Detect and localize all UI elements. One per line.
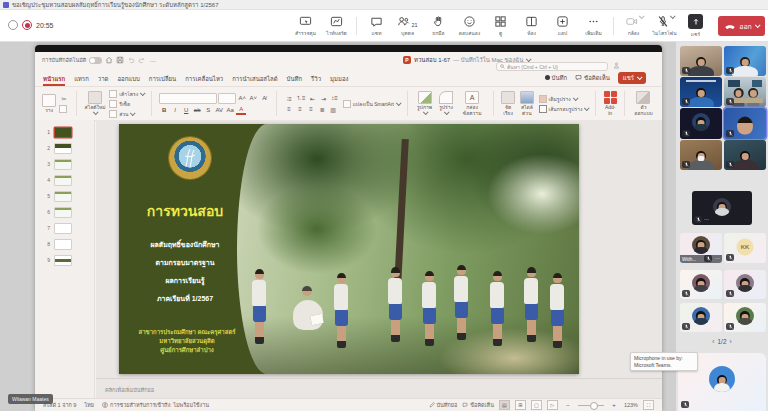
- more-button[interactable]: เพิ่มเติม: [578, 15, 609, 37]
- copy-icon[interactable]: [59, 105, 67, 113]
- thumbnail-9[interactable]: 9: [35, 252, 94, 268]
- screenshare-view-button[interactable]: สำรวจคุม: [290, 15, 321, 37]
- leave-dropdown-chevron[interactable]: [755, 22, 761, 28]
- fit-to-window-icon[interactable]: ⛶: [643, 400, 654, 410]
- thumbnail-5[interactable]: 5: [35, 188, 94, 204]
- participant-video-tile[interactable]: [680, 77, 722, 107]
- redo-icon[interactable]: [138, 56, 146, 64]
- tab-home[interactable]: หน้าแรก: [43, 71, 65, 86]
- numbering-icon[interactable]: ⒈≡: [295, 94, 307, 103]
- participant-avatar-tile[interactable]: [680, 303, 722, 332]
- save-icon[interactable]: [116, 56, 124, 64]
- notes-divider[interactable]: [96, 378, 662, 379]
- leave-button[interactable]: ออก: [718, 16, 765, 36]
- camera-button[interactable]: กล้อง: [618, 15, 649, 37]
- tab-review[interactable]: รีวิว: [311, 71, 321, 86]
- participant-avatar-tile[interactable]: [680, 270, 722, 299]
- camera-dropdown-chevron[interactable]: [638, 13, 644, 19]
- normal-view-button[interactable]: ▤: [499, 400, 510, 410]
- thumbnail-6[interactable]: 6: [35, 204, 94, 220]
- slide-canvas[interactable]: การทวนสอบ ผลสัมฤทธิ์ของนักศึกษา ตามกรอบม…: [119, 124, 579, 374]
- whiteboard-button[interactable]: ไวท์บอร์ด: [321, 15, 352, 37]
- undo-icon[interactable]: [127, 56, 135, 64]
- shape-outline-button[interactable]: เส้นกรอบรูปร่าง: [539, 105, 589, 113]
- align-left-icon[interactable]: ≡: [284, 105, 294, 114]
- section-button[interactable]: ส่วน: [109, 110, 144, 118]
- zoom-out-button[interactable]: −: [563, 401, 573, 410]
- ppt-search-input[interactable]: ค้นหา (Cmd + Ctrl + U): [496, 62, 608, 71]
- pictures-button[interactable]: รูปภาพ: [415, 91, 434, 116]
- reset-button[interactable]: รีเซ็ต: [109, 100, 144, 108]
- record-button[interactable]: บันทึก: [545, 73, 568, 83]
- paste-button[interactable]: วาง: [42, 94, 56, 114]
- participant-avatar-tile[interactable]: [724, 270, 766, 299]
- view-button[interactable]: ดู: [485, 15, 516, 37]
- microphone-button[interactable]: ไมโครโฟน: [649, 15, 680, 37]
- thumbnail-4[interactable]: 4: [35, 172, 94, 188]
- thumbnail-1[interactable]: 1: [35, 124, 94, 140]
- quick-styles-button[interactable]: สไตล์ด่วน: [518, 91, 535, 116]
- comments-toggle[interactable]: ข้อคิดเห็น: [462, 401, 494, 409]
- mic-dropdown-chevron[interactable]: [669, 13, 675, 19]
- thumbnail-3[interactable]: 3: [35, 156, 94, 172]
- reading-view-button[interactable]: ▢: [531, 400, 542, 410]
- react-button[interactable]: ตอบสนอง: [454, 15, 485, 37]
- thumbnail-2[interactable]: 2: [35, 140, 94, 156]
- tab-design[interactable]: ออกแบบ: [117, 71, 139, 86]
- underline-button[interactable]: U: [181, 106, 191, 115]
- strikethrough-button[interactable]: ab: [192, 106, 202, 115]
- align-right-icon[interactable]: ≡: [306, 105, 316, 114]
- outdent-icon[interactable]: ⇤: [308, 94, 318, 103]
- autosave-toggle[interactable]: [89, 57, 102, 64]
- font-size-input[interactable]: [218, 93, 236, 104]
- tab-draw[interactable]: วาด: [98, 71, 109, 86]
- participant-video-tile[interactable]: [724, 46, 766, 76]
- titlebar-more-icon[interactable]: ⋯: [149, 57, 155, 64]
- indent-icon[interactable]: ⇥: [319, 94, 329, 103]
- tab-insert[interactable]: แทรก: [74, 71, 89, 86]
- tab-animations[interactable]: การเคลื่อนไหว: [185, 71, 223, 86]
- cut-icon[interactable]: ✂: [59, 94, 69, 103]
- tile-more-icon[interactable]: ⋯: [704, 216, 709, 223]
- grow-font-icon[interactable]: A˄: [237, 94, 247, 103]
- participant-avatar-tile[interactable]: ⋯: [692, 191, 752, 225]
- rooms-button[interactable]: ห้อง: [516, 15, 547, 37]
- comments-button[interactable]: ข้อคิดเห็น: [575, 73, 610, 83]
- textbox-button[interactable]: A กล่องข้อความ: [458, 91, 486, 116]
- italic-button[interactable]: I: [170, 106, 180, 115]
- tab-view[interactable]: มุมมอง: [330, 71, 348, 86]
- accessibility-status[interactable]: การช่วยสำหรับการเข้าถึง: ไม่พร้อมใช้งาน: [102, 401, 209, 409]
- zoom-slider-knob[interactable]: [590, 402, 598, 410]
- ppt-share-button[interactable]: แชร์: [618, 72, 646, 84]
- clear-format-icon[interactable]: A̸: [259, 94, 269, 103]
- language-indicator[interactable]: ไทย: [84, 401, 94, 409]
- justify-icon[interactable]: ≣: [317, 105, 327, 114]
- columns-icon[interactable]: ▥: [328, 105, 338, 114]
- participant-video-tile[interactable]: [680, 140, 722, 170]
- zoom-in-button[interactable]: +: [609, 401, 619, 410]
- shadow-button[interactable]: S: [203, 106, 213, 115]
- shapes-button[interactable]: รูปร่าง: [437, 91, 455, 116]
- meeting-room-video-tile[interactable]: [724, 77, 766, 107]
- arrange-button[interactable]: จัดเรียง: [501, 91, 515, 116]
- layout-button[interactable]: เค้าโครง: [109, 90, 144, 98]
- shape-fill-button[interactable]: เติมรูปร่าง: [539, 95, 589, 103]
- font-color-button[interactable]: A: [236, 106, 246, 115]
- notes-placeholder[interactable]: คลิกเพื่อเพิ่มบันทึกย่อ: [105, 386, 154, 394]
- participant-avatar-tile[interactable]: Witth... ⋯: [680, 233, 722, 263]
- align-center-icon[interactable]: ≡: [295, 105, 305, 114]
- presenter-coach-icon[interactable]: [613, 62, 620, 69]
- zoom-level[interactable]: 123%: [624, 402, 638, 408]
- bold-button[interactable]: B: [159, 106, 169, 115]
- participant-avatar-tile[interactable]: [680, 108, 722, 139]
- shrink-font-icon[interactable]: A˅: [248, 94, 258, 103]
- thumbnail-8[interactable]: 8: [35, 236, 94, 252]
- tab-slideshow[interactable]: การนำเสนอสไลด์: [232, 71, 277, 86]
- char-spacing-icon[interactable]: AV: [214, 106, 224, 115]
- participant-video-tile[interactable]: [724, 140, 766, 170]
- slide-sorter-view-button[interactable]: ⊞: [515, 400, 526, 410]
- notes-toggle[interactable]: บันทึกย่อ: [429, 401, 458, 409]
- designer-button[interactable]: ตัวออกแบบ: [632, 91, 655, 116]
- slideshow-view-button[interactable]: ▷: [547, 400, 558, 410]
- addins-button[interactable]: Add-in: [603, 91, 617, 116]
